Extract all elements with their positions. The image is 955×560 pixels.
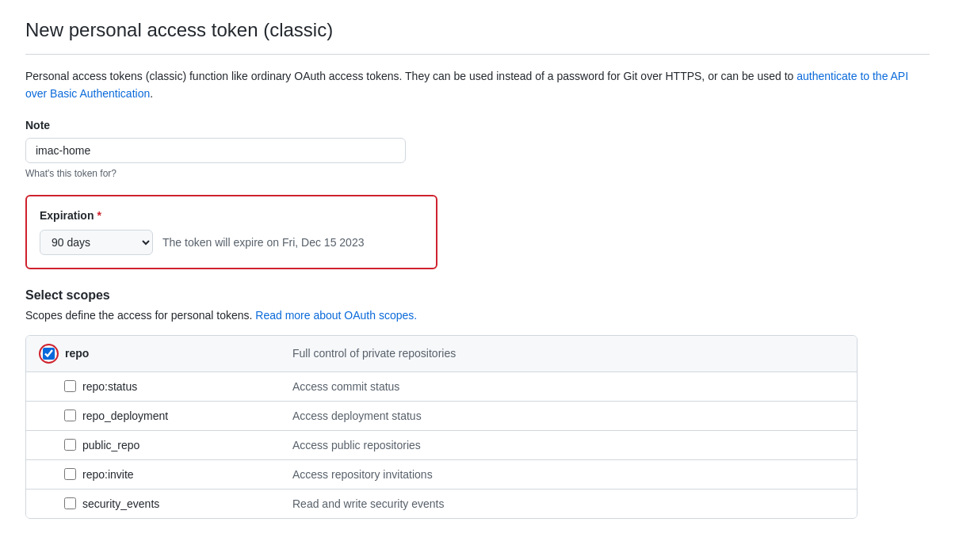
note-field-group: Note What's this token for? [25, 119, 930, 179]
scope-name-repo-status: repo:status [82, 380, 137, 393]
page-title: New personal access token (classic) [25, 19, 930, 55]
checkbox-repo-status[interactable] [64, 380, 76, 392]
scope-name-col-public-repo: public_repo [39, 439, 292, 451]
expiration-label: Expiration * [40, 209, 423, 222]
scope-name-security-events: security_events [82, 497, 159, 510]
scope-name-col-repo-invite: repo:invite [39, 468, 292, 481]
expiration-section: Expiration * 7 days 30 days 60 days 90 d… [25, 195, 437, 269]
checkbox-public-repo[interactable] [64, 439, 76, 451]
scope-name-public-repo: public_repo [82, 439, 139, 451]
required-indicator: * [97, 209, 101, 222]
expiry-date-text: The token will expire on Fri, Dec 15 202… [162, 236, 364, 249]
scope-name-repo-deployment: repo_deployment [82, 410, 168, 422]
oauth-scopes-link[interactable]: Read more about OAuth scopes. [255, 309, 417, 322]
scopes-table: repo Full control of private repositorie… [25, 335, 858, 519]
scope-name-repo-invite: repo:invite [82, 468, 134, 481]
scope-row-repo-invite: repo:invite Access repository invitation… [26, 460, 857, 490]
scope-name-col-repo-status: repo:status [39, 380, 292, 393]
scopes-description: Scopes define the access for personal to… [25, 307, 930, 324]
note-label: Note [25, 119, 930, 131]
scopes-section-title: Select scopes [25, 288, 930, 303]
checkbox-repo-invite[interactable] [64, 468, 76, 480]
checkbox-security-events[interactable] [64, 497, 76, 509]
scope-row-repo-status: repo:status Access commit status [26, 372, 857, 402]
scope-name-col-security-events: security_events [39, 497, 292, 510]
note-hint: What's this token for? [25, 168, 930, 179]
note-input[interactable] [25, 138, 406, 163]
scope-desc-public-repo: Access public repositories [292, 439, 844, 451]
scopes-desc-text: Scopes define the access for personal to… [25, 309, 255, 322]
scope-desc-repo-invite: Access repository invitations [292, 468, 844, 481]
scope-row-public-repo: public_repo Access public repositories [26, 431, 857, 460]
scope-row-repo-deployment: repo_deployment Access deployment status [26, 402, 857, 431]
scope-name-col-repo-deployment: repo_deployment [39, 410, 292, 422]
checkbox-repo[interactable] [43, 348, 55, 360]
checkbox-repo-deployment[interactable] [64, 410, 76, 421]
expiration-row: 7 days 30 days 60 days 90 days Custom No… [40, 230, 423, 255]
scope-name-repo: repo [65, 347, 89, 360]
expiration-label-text: Expiration [40, 209, 94, 222]
scope-desc-repo-deployment: Access deployment status [292, 410, 844, 422]
scope-row-security-events: security_events Read and write security … [26, 490, 857, 518]
description-text-2: . [150, 87, 153, 100]
scope-desc-security-events: Read and write security events [292, 497, 844, 510]
scope-row-repo: repo Full control of private repositorie… [26, 336, 857, 372]
page-description: Personal access tokens (classic) functio… [25, 67, 930, 103]
scope-name-col-repo: repo [39, 344, 292, 364]
scope-desc-repo-status: Access commit status [292, 380, 844, 393]
expiration-select[interactable]: 7 days 30 days 60 days 90 days Custom No… [40, 230, 153, 255]
description-text-1: Personal access tokens (classic) functio… [25, 70, 796, 82]
scope-desc-repo: Full control of private repositories [292, 347, 844, 360]
